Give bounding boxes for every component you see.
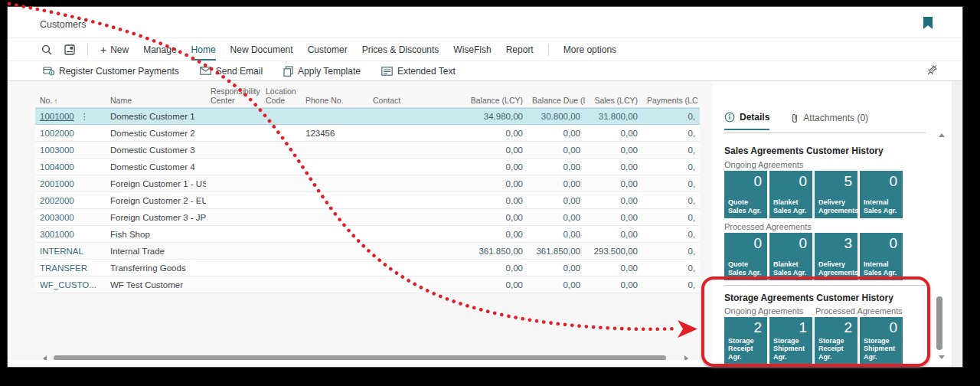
cell-sales[interactable]: 0,00 <box>585 162 642 172</box>
cell-name[interactable]: Internal Trade <box>106 247 206 256</box>
column-header-name[interactable]: Name <box>106 96 206 105</box>
action-register-customer-payments[interactable]: Register Customer Payments <box>43 66 179 77</box>
row-menu-icon[interactable]: ⋮ <box>80 113 89 120</box>
cell-name[interactable]: Transferring Goods <box>106 263 206 273</box>
table-row-2002000[interactable]: 2002000Foreign Customer 2 - EUR0,000,000… <box>35 192 700 209</box>
customer-no-link[interactable]: 2001000 <box>40 179 74 188</box>
analysis-icon[interactable] <box>64 44 75 55</box>
scroll-down-icon[interactable] <box>939 355 945 359</box>
cell-balance-due[interactable]: 361.850,00 <box>528 247 585 256</box>
table-row-1004000[interactable]: 1004000Domestic Customer 40,000,000,000, <box>35 159 700 175</box>
cell-balance[interactable]: 0,00 <box>460 280 528 290</box>
tile-sales-processed-quote-sales-agr[interactable]: 0Quote Sales Agr. <box>724 233 767 280</box>
tile-sales-processed-delivery-agreements[interactable]: 3Delivery Agreements <box>815 233 858 280</box>
cell-balance[interactable]: 0,00 <box>460 263 528 273</box>
cell-name[interactable]: Domestic Customer 2 <box>106 129 206 138</box>
tile-storage-storage-receipt-agr[interactable]: 2Storage Receipt Agr. <box>724 317 767 365</box>
cell-no[interactable]: 1001000⋮ <box>35 112 106 121</box>
cell-no[interactable]: INTERNAL <box>35 247 106 256</box>
cell-payments[interactable]: 0, <box>642 230 700 239</box>
cell-payments[interactable]: 0, <box>642 179 700 188</box>
cell-payments[interactable]: 0, <box>642 129 700 138</box>
cell-sales[interactable]: 0,00 <box>585 230 642 239</box>
cell-name[interactable]: Foreign Customer 1 - USD <box>106 179 206 188</box>
cell-sales[interactable]: 0,00 <box>585 179 642 188</box>
cell-balance[interactable]: 0,00 <box>460 213 528 222</box>
cell-balance[interactable]: 361.850,00 <box>460 247 528 256</box>
customer-no-link[interactable]: 2002000 <box>40 196 74 205</box>
cell-payments[interactable]: 0, <box>642 196 700 205</box>
scroll-up-icon[interactable] <box>939 133 945 137</box>
tile-storage-storage-shipment-agr[interactable]: 0Storage Shipment Agr. <box>860 317 903 365</box>
cell-balance-due[interactable]: 0,00 <box>528 129 585 138</box>
cell-sales[interactable]: 0,00 <box>585 196 642 205</box>
tile-sales-processed-blanket-sales-agr[interactable]: 0Blanket Sales Agr. <box>769 233 812 280</box>
menu-item-customer[interactable]: Customer <box>308 39 348 61</box>
vertical-scroll-thumb[interactable] <box>936 296 942 350</box>
table-row-1002000[interactable]: 1002000Domestic Customer 21234560,000,00… <box>35 125 700 142</box>
tile-sales-ongoing-internal-sales-agr[interactable]: 0Internal Sales Agr. <box>860 171 903 218</box>
cell-sales[interactable]: 0,00 <box>585 280 642 290</box>
customer-no-link[interactable]: INTERNAL <box>40 247 83 256</box>
menu-item-report[interactable]: Report <box>506 39 534 61</box>
tile-storage-storage-receipt-agr[interactable]: 2Storage Receipt Agr. <box>815 317 858 365</box>
cell-balance[interactable]: 0,00 <box>460 179 528 188</box>
menu-item-home[interactable]: Home <box>191 39 216 61</box>
cell-no[interactable]: 2002000 <box>35 196 106 205</box>
action-apply-template[interactable]: Apply Template <box>283 66 361 77</box>
cell-balance[interactable]: 0,00 <box>460 146 528 155</box>
customer-no-link[interactable]: 1004000 <box>40 162 74 172</box>
cell-balance[interactable]: 0,00 <box>460 196 528 205</box>
cell-no[interactable]: 1002000 <box>35 129 106 138</box>
cell-sales[interactable]: 0,00 <box>585 146 642 155</box>
menu-item-wisefish[interactable]: WiseFish <box>453 39 491 61</box>
menu-item-prices-discounts[interactable]: Prices & Discounts <box>362 39 439 61</box>
table-row-2001000[interactable]: 2001000Foreign Customer 1 - USD0,000,000… <box>35 175 700 192</box>
cell-payments[interactable]: 0, <box>642 280 700 290</box>
column-header-contact[interactable]: Contact <box>368 96 460 105</box>
cell-payments[interactable]: 0, <box>642 263 700 273</box>
cell-balance-due[interactable]: 0,00 <box>528 196 585 205</box>
table-row-transfer[interactable]: TRANSFERTransferring Goods0,000,000,000, <box>35 260 700 276</box>
customer-no-link[interactable]: WF_CUSTO... <box>40 280 96 290</box>
menu-item-new[interactable]: +New <box>100 39 129 61</box>
cell-balance-due[interactable]: 0,00 <box>528 179 585 188</box>
column-header-responsibility-center[interactable]: Responsibility Center <box>206 87 260 105</box>
cell-payments[interactable]: 0, <box>642 112 700 121</box>
cell-balance-due[interactable]: 0,00 <box>528 213 585 222</box>
action-extended-text[interactable]: Extended Text <box>381 66 456 77</box>
table-row-wf-custo[interactable]: WF_CUSTO...WF Test Customer0,000,000,000… <box>35 276 700 293</box>
cell-no[interactable]: TRANSFER <box>35 263 106 273</box>
customer-no-link[interactable]: 1002000 <box>40 129 74 138</box>
cell-balance-due[interactable]: 30.800,00 <box>528 112 585 121</box>
cell-payments[interactable]: 0, <box>642 247 700 256</box>
column-header-location-code[interactable]: Location Code <box>261 87 301 105</box>
customer-no-link[interactable]: TRANSFER <box>40 263 87 273</box>
cell-sales[interactable]: 0,00 <box>585 213 642 222</box>
column-header-phone-no[interactable]: Phone No. <box>301 96 368 105</box>
tile-sales-ongoing-blanket-sales-agr[interactable]: 0Blanket Sales Agr. <box>769 171 812 218</box>
cell-payments[interactable]: 0, <box>642 162 700 172</box>
column-header-payments-lc[interactable]: Payments (LC <box>642 96 700 105</box>
cell-no[interactable]: 3001000 <box>35 230 106 239</box>
bookmark-icon[interactable] <box>923 17 933 29</box>
cell-name[interactable]: WF Test Customer <box>106 280 206 290</box>
cell-balance-due[interactable]: 0,00 <box>528 280 585 290</box>
search-icon[interactable] <box>41 44 52 55</box>
column-header-no[interactable]: No. ↑ <box>35 96 106 105</box>
action-send-email[interactable]: Send Email <box>200 66 263 77</box>
cell-name[interactable]: Foreign Customer 2 - EUR <box>106 196 206 205</box>
customer-no-link[interactable]: 1003000 <box>40 146 74 155</box>
menu-item-manage[interactable]: Manage <box>143 39 176 61</box>
cell-name[interactable]: Domestic Customer 1 <box>106 112 206 121</box>
tab-details[interactable]: Details <box>724 112 769 130</box>
cell-balance-due[interactable]: 0,00 <box>528 146 585 155</box>
cell-name[interactable]: Domestic Customer 3 <box>106 146 206 155</box>
table-row-1001000[interactable]: 1001000⋮Domestic Customer 134.980,0030.8… <box>35 108 700 125</box>
customer-no-link[interactable]: 1001000 <box>40 112 74 121</box>
cell-name[interactable]: Fish Shop <box>106 230 206 239</box>
cell-balance-due[interactable]: 0,00 <box>528 230 585 239</box>
cell-balance[interactable]: 0,00 <box>460 230 528 239</box>
cell-payments[interactable]: 0, <box>642 146 700 155</box>
cell-balance-due[interactable]: 0,00 <box>528 162 585 172</box>
